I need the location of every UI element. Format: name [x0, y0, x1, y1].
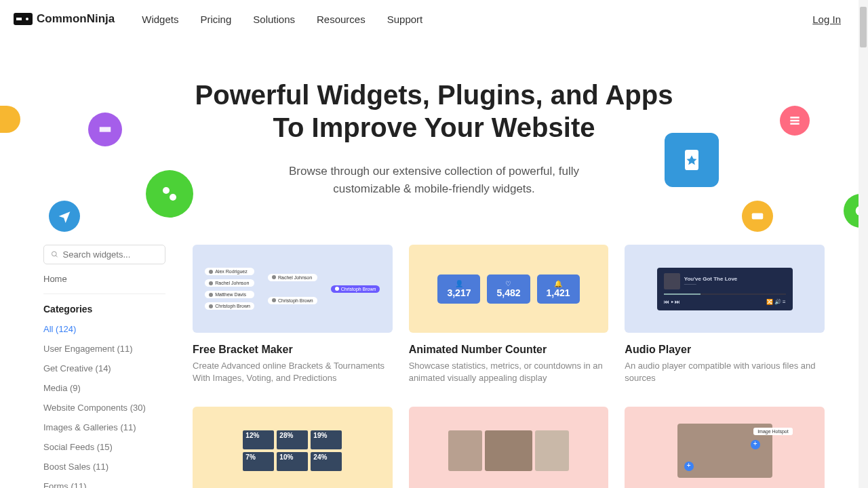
card-preview: 12% 28% 19% 7% 10% 24% — [193, 407, 393, 488]
badge-icon — [742, 201, 773, 232]
widget-card-gallery[interactable] — [409, 407, 609, 488]
categories-heading: Categories — [43, 304, 165, 314]
sidebar: Home Categories All (124) User Engagemen… — [43, 245, 165, 488]
cat-social-feeds[interactable]: Social Feeds (15) — [43, 442, 165, 452]
cat-forms[interactable]: Forms (11) — [43, 481, 165, 488]
svg-rect-2 — [16, 18, 22, 20]
nav-pricing[interactable]: Pricing — [200, 14, 231, 25]
ticket-icon — [88, 113, 122, 146]
cat-images-galleries[interactable]: Images & Galleries (11) — [43, 422, 165, 432]
svg-rect-6 — [790, 117, 799, 119]
logo-text: CommonNinja — [37, 12, 115, 26]
card-title: Free Bracket Maker — [193, 344, 393, 356]
svg-point-11 — [52, 251, 56, 256]
category-list: All (124) User Engagement (11) Get Creat… — [43, 324, 165, 488]
card-desc: Create Advanced online Brackets & Tourna… — [193, 360, 393, 384]
card-preview: Alex Rodriguez Rachel Johnson Matthew Da… — [193, 245, 393, 333]
card-preview — [409, 407, 609, 488]
sidebar-home[interactable]: Home — [43, 274, 165, 284]
nav-solutions[interactable]: Solutions — [253, 14, 295, 25]
thumbs-icon — [146, 170, 193, 218]
card-preview: You've Got The Love ——— ⏮ ▶ ⏭ 🔀 🔊 ≡ — [625, 245, 825, 333]
cat-website-components[interactable]: Website Components (30) — [43, 403, 165, 413]
bell-icon: 🔔 — [547, 280, 570, 287]
search-input[interactable] — [63, 249, 158, 260]
search-icon — [51, 250, 59, 259]
cat-get-creative[interactable]: Get Creative (14) — [43, 363, 165, 373]
widget-card-bracket[interactable]: Alex Rodriguez Rachel Johnson Matthew Da… — [193, 245, 393, 390]
widget-grid: Alex Rodriguez Rachel Johnson Matthew Da… — [193, 245, 825, 488]
card-title: Animated Number Counter — [409, 344, 609, 356]
widget-card-audio[interactable]: You've Got The Love ——— ⏮ ▶ ⏭ 🔀 🔊 ≡ Audi… — [625, 245, 825, 390]
cat-user-engagement[interactable]: User Engagement (11) — [43, 344, 165, 354]
svg-point-3 — [163, 187, 170, 194]
cat-media[interactable]: Media (9) — [43, 383, 165, 393]
svg-rect-7 — [790, 120, 799, 122]
heart-icon: ♡ — [496, 280, 520, 287]
nav-support[interactable]: Support — [387, 14, 423, 25]
widget-card-bars[interactable]: 12% 28% 19% 7% 10% 24% — [193, 407, 393, 488]
list-icon — [780, 106, 810, 136]
cat-all[interactable]: All (124) — [43, 324, 165, 334]
svg-point-4 — [170, 194, 176, 201]
widget-card-counter[interactable]: 👤3,217 ♡5,482 🔔1,421 Animated Number Cou… — [409, 245, 609, 390]
card-title: Audio Player — [625, 344, 825, 356]
hero-title: Powerful Widgets, Plugins, and Apps To I… — [0, 79, 868, 144]
logo[interactable]: CommonNinja — [14, 12, 115, 26]
play-controls-icon: ⏮ ▶ ⏭ — [664, 299, 680, 305]
card-preview: Image Hotspot + + — [625, 407, 825, 488]
card-desc: An audio player compatible with various … — [625, 360, 825, 384]
header: CommonNinja Widgets Pricing Solutions Re… — [0, 0, 868, 38]
user-icon: 👤 — [447, 280, 471, 287]
search-box[interactable] — [43, 245, 165, 264]
svg-point-1 — [26, 18, 28, 20]
svg-rect-9 — [752, 213, 764, 219]
cat-boost-sales[interactable]: Boost Sales (11) — [43, 462, 165, 472]
main-content: Home Categories All (124) User Engagemen… — [0, 245, 868, 488]
volume-icon: 🔀 🔊 ≡ — [766, 299, 786, 305]
widget-card-hotspot[interactable]: Image Hotspot + + — [625, 407, 825, 488]
scrollbar-thumb[interactable] — [860, 7, 867, 47]
hero-section: Powerful Widgets, Plugins, and Apps To I… — [0, 38, 868, 231]
svg-rect-8 — [790, 123, 799, 125]
svg-line-12 — [56, 256, 57, 257]
nav-widgets[interactable]: Widgets — [142, 14, 178, 25]
card-preview: 👤3,217 ♡5,482 🔔1,421 — [409, 245, 609, 333]
card-desc: Showcase statistics, metrics, or countdo… — [409, 360, 609, 384]
scrollbar[interactable] — [859, 0, 868, 488]
hero-subtitle: Browse through our extensive collection … — [0, 163, 868, 197]
nav-resources[interactable]: Resources — [317, 14, 366, 25]
divider — [43, 293, 165, 294]
login-link[interactable]: Log In — [812, 14, 841, 25]
logo-mark-icon — [14, 13, 33, 25]
card-star-icon — [665, 133, 719, 187]
send-icon — [49, 201, 80, 232]
main-nav: Widgets Pricing Solutions Resources Supp… — [142, 14, 422, 25]
